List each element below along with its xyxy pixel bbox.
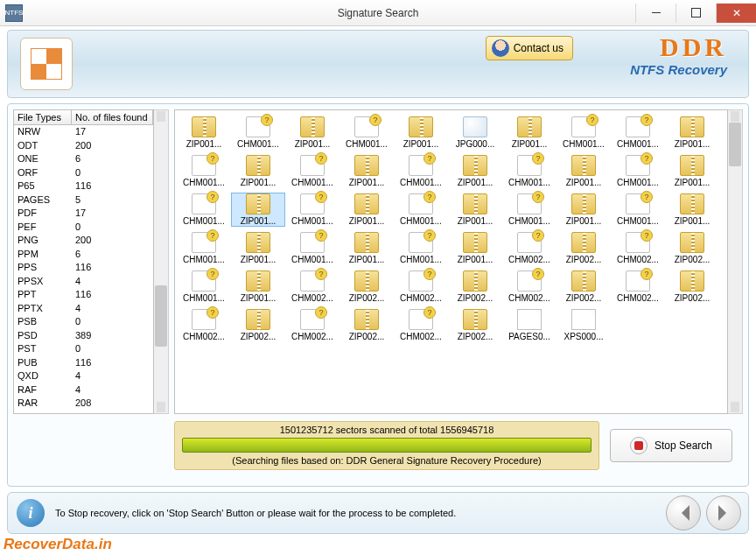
file-item[interactable]: ZIP001... bbox=[232, 155, 284, 187]
file-item[interactable]: CHM001... bbox=[286, 155, 339, 187]
maximize-button[interactable] bbox=[676, 4, 716, 23]
file-type-row[interactable]: PEF0 bbox=[14, 221, 153, 235]
prev-button[interactable] bbox=[666, 495, 701, 530]
file-item[interactable]: CHM001... bbox=[503, 155, 556, 187]
file-type-row[interactable]: PPM6 bbox=[14, 248, 153, 262]
file-type-row[interactable]: PNG200 bbox=[14, 234, 153, 248]
file-item[interactable]: ZIP001... bbox=[232, 193, 284, 226]
file-item[interactable]: ZIP002... bbox=[557, 232, 610, 264]
file-type-row[interactable]: PSD389 bbox=[14, 329, 153, 343]
file-item[interactable]: CHM002... bbox=[286, 309, 339, 341]
file-item[interactable]: CHM001... bbox=[178, 193, 230, 226]
file-type-row[interactable]: NRW17 bbox=[14, 125, 153, 139]
file-type-row[interactable]: P65116 bbox=[14, 179, 153, 193]
file-type-row[interactable]: PPTX4 bbox=[14, 302, 153, 316]
file-label: CHM001... bbox=[178, 178, 230, 187]
file-type-row[interactable]: RAR208 bbox=[14, 397, 153, 411]
file-item[interactable]: CHM001... bbox=[503, 193, 556, 226]
file-type-row[interactable]: PAGES5 bbox=[14, 193, 153, 207]
file-item[interactable]: ZIP002... bbox=[340, 270, 393, 303]
file-item[interactable]: CHM002... bbox=[178, 309, 230, 341]
file-item[interactable]: ZIP001... bbox=[449, 232, 501, 264]
file-item[interactable]: ZIP001... bbox=[340, 232, 393, 264]
file-type-row[interactable]: PPT116 bbox=[14, 288, 153, 302]
file-item[interactable]: ZIP001... bbox=[286, 116, 339, 149]
file-item[interactable]: CHM002... bbox=[612, 270, 664, 303]
file-type-row[interactable]: PPS116 bbox=[14, 261, 153, 275]
file-type-name: PEF bbox=[18, 221, 75, 235]
file-item[interactable]: ZIP002... bbox=[666, 270, 718, 303]
file-item[interactable]: CHM001... bbox=[178, 232, 230, 264]
file-item[interactable]: JPG000... bbox=[449, 116, 501, 149]
file-item[interactable]: CHM001... bbox=[395, 193, 447, 226]
minimize-button[interactable] bbox=[635, 4, 676, 23]
left-scroll-thumb[interactable] bbox=[155, 285, 167, 347]
file-item[interactable]: CHM002... bbox=[395, 309, 447, 341]
file-item[interactable]: ZIP001... bbox=[340, 155, 393, 187]
file-item[interactable]: ZIP001... bbox=[503, 116, 556, 149]
right-scroll-thumb[interactable] bbox=[729, 123, 741, 166]
file-item[interactable]: CHM002... bbox=[503, 270, 556, 303]
file-item[interactable]: CHM002... bbox=[286, 270, 339, 303]
next-button[interactable] bbox=[706, 495, 741, 530]
file-item[interactable]: CHM002... bbox=[395, 270, 447, 303]
file-type-row[interactable]: ONE6 bbox=[14, 152, 153, 166]
stop-search-button[interactable]: Stop Search bbox=[610, 429, 732, 462]
file-item[interactable]: ZIP001... bbox=[557, 155, 610, 187]
right-scrollbar[interactable] bbox=[728, 109, 743, 414]
col-files-found[interactable]: No. of files found bbox=[72, 110, 153, 124]
file-item[interactable]: ZIP001... bbox=[666, 155, 718, 187]
file-item[interactable]: CHM002... bbox=[612, 232, 664, 264]
file-label: ZIP002... bbox=[340, 293, 393, 303]
file-item[interactable]: CHM001... bbox=[612, 116, 664, 149]
file-item[interactable]: XPS000... bbox=[557, 309, 610, 341]
file-type-row[interactable]: PST0 bbox=[14, 342, 153, 356]
file-type-name: PNG bbox=[18, 234, 75, 248]
file-item[interactable]: ZIP001... bbox=[666, 193, 718, 226]
file-label: ZIP001... bbox=[449, 178, 501, 187]
file-item[interactable]: CHM001... bbox=[612, 193, 664, 226]
file-item[interactable]: ZIP001... bbox=[232, 270, 284, 303]
file-item[interactable]: CHM001... bbox=[286, 193, 339, 226]
file-item[interactable]: ZIP001... bbox=[666, 116, 718, 149]
file-item[interactable]: PAGES0... bbox=[503, 309, 556, 341]
file-item[interactable]: ZIP001... bbox=[178, 116, 230, 149]
file-item[interactable]: CHM001... bbox=[557, 116, 610, 149]
file-item[interactable]: ZIP001... bbox=[395, 116, 447, 149]
file-item[interactable]: ZIP001... bbox=[449, 155, 501, 187]
file-item[interactable]: ZIP001... bbox=[340, 193, 393, 226]
file-item[interactable]: ZIP002... bbox=[557, 270, 610, 303]
file-type-row[interactable]: ORF0 bbox=[14, 166, 153, 180]
file-item[interactable]: CHM001... bbox=[395, 232, 447, 264]
zip-file-icon bbox=[300, 116, 325, 137]
file-item[interactable]: CHM001... bbox=[232, 116, 284, 149]
file-item[interactable]: ZIP002... bbox=[232, 309, 284, 341]
file-item[interactable]: ZIP001... bbox=[232, 232, 284, 264]
file-item[interactable]: CHM001... bbox=[178, 155, 230, 187]
file-item[interactable]: CHM002... bbox=[503, 232, 556, 264]
file-item[interactable]: ZIP002... bbox=[666, 232, 718, 264]
file-item[interactable]: CHM001... bbox=[612, 155, 664, 187]
file-item[interactable]: ZIP001... bbox=[449, 193, 501, 226]
file-item[interactable]: ZIP002... bbox=[449, 309, 501, 341]
col-file-types[interactable]: File Types bbox=[14, 110, 72, 124]
file-type-row[interactable]: QXD4 bbox=[14, 369, 153, 383]
file-type-row[interactable]: PPSX4 bbox=[14, 275, 153, 289]
file-item[interactable]: CHM001... bbox=[340, 116, 393, 149]
file-item[interactable]: CHM001... bbox=[178, 270, 230, 303]
zip-file-icon bbox=[680, 232, 704, 253]
file-item[interactable]: ZIP001... bbox=[557, 193, 610, 226]
file-type-row[interactable]: PDF17 bbox=[14, 207, 153, 221]
file-type-row[interactable]: PSB0 bbox=[14, 315, 153, 329]
file-type-row[interactable]: PUB116 bbox=[14, 356, 153, 370]
left-scrollbar[interactable] bbox=[154, 109, 169, 414]
file-item[interactable]: CHM001... bbox=[286, 232, 339, 264]
file-item[interactable]: CHM001... bbox=[395, 155, 447, 187]
close-button[interactable] bbox=[716, 4, 756, 23]
file-item[interactable]: ZIP002... bbox=[340, 309, 393, 341]
file-type-row[interactable]: RAF4 bbox=[14, 383, 153, 397]
file-item[interactable]: ZIP002... bbox=[449, 270, 501, 303]
file-type-row[interactable]: ODT200 bbox=[14, 139, 153, 153]
contact-us-button[interactable]: Contact us bbox=[486, 36, 573, 60]
file-label: ZIP002... bbox=[557, 293, 610, 303]
